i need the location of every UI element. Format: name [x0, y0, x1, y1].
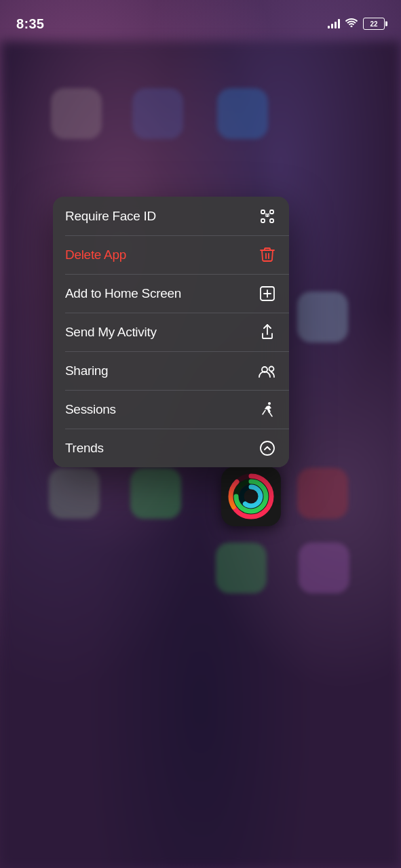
menu-item-sharing[interactable]: Sharing	[53, 351, 289, 390]
svg-point-14	[268, 402, 271, 405]
blurry-app-icon-6	[297, 468, 348, 519]
menu-item-trends[interactable]: Trends	[53, 429, 289, 467]
svg-line-15	[263, 410, 265, 414]
menu-item-require-face-id[interactable]: Require Face ID	[53, 197, 289, 235]
battery-icon: 22	[363, 18, 385, 30]
menu-item-label-sharing: Sharing	[65, 363, 108, 378]
add-square-icon	[258, 284, 277, 303]
status-bar: 8:35 22	[0, 0, 401, 41]
wifi-icon	[345, 18, 358, 30]
menu-item-label-add-to-home-screen: Add to Home Screen	[65, 286, 181, 301]
battery-level: 22	[370, 20, 377, 28]
blurry-app-icon-1	[51, 88, 102, 139]
menu-item-label-sessions: Sessions	[65, 402, 116, 417]
svg-rect-2	[261, 219, 265, 222]
svg-rect-1	[270, 210, 273, 214]
status-icons: 22	[328, 18, 385, 30]
svg-rect-0	[261, 210, 265, 214]
menu-item-label-send-my-activity: Send My Activity	[65, 325, 157, 340]
menu-item-add-to-home-screen[interactable]: Add to Home Screen	[53, 274, 289, 313]
signal-bar-3	[335, 22, 337, 28]
menu-item-label-delete-app: Delete App	[65, 248, 126, 262]
menu-item-send-my-activity[interactable]: Send My Activity	[53, 313, 289, 351]
blurry-app-icon-5	[130, 468, 181, 519]
blurry-app-icon-2	[132, 88, 183, 139]
menu-item-label-trends: Trends	[65, 441, 104, 456]
blurry-app-icon-7	[297, 292, 348, 342]
menu-item-delete-app[interactable]: Delete App	[53, 235, 289, 274]
status-time: 8:35	[16, 16, 44, 32]
share-icon	[258, 323, 277, 342]
signal-bar-1	[328, 26, 330, 28]
blurry-app-icon-9	[299, 542, 349, 593]
menu-item-label-require-face-id: Require Face ID	[65, 209, 156, 224]
chevron-up-circle-icon	[258, 439, 277, 458]
signal-bars-icon	[328, 19, 340, 28]
svg-point-13	[269, 366, 274, 371]
activity-rings	[228, 473, 274, 519]
menu-item-sessions[interactable]: Sessions	[53, 390, 289, 429]
blurry-app-icon-3	[217, 88, 268, 139]
blurry-app-icon-4	[49, 468, 100, 519]
running-icon	[258, 400, 277, 419]
svg-point-17	[261, 441, 274, 455]
sharing-icon	[258, 361, 277, 380]
signal-bar-4	[338, 19, 340, 28]
svg-line-16	[269, 412, 272, 416]
blurry-app-icon-8	[216, 542, 267, 593]
context-menu: Require Face ID Delete App	[53, 197, 289, 467]
svg-rect-3	[270, 219, 273, 222]
trash-icon	[258, 245, 277, 264]
activity-app-icon[interactable]	[221, 467, 281, 526]
face-id-icon	[258, 207, 277, 226]
signal-bar-2	[331, 24, 333, 28]
